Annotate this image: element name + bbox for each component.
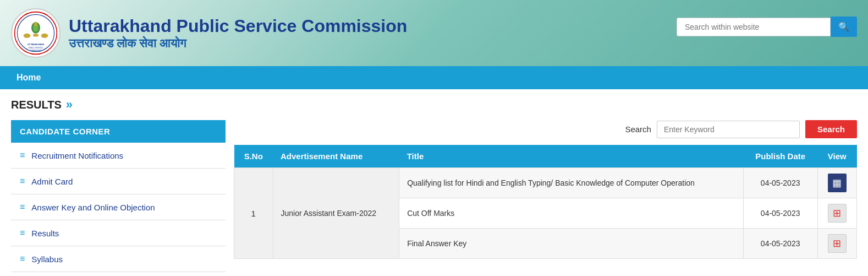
header-search-area: 🔍 [677, 17, 857, 37]
col-header-publish-date: Publish Date [743, 145, 817, 168]
search-within-icon: 🔍 [838, 22, 849, 31]
sidebar-item-answer-key[interactable]: ≡ Answer Key and Online Objection [11, 194, 226, 220]
view-icon-2: ⊞ [833, 207, 841, 219]
svg-point-5 [34, 23, 37, 26]
main-layout: CANDIDATE CORNER ≡ Recruitment Notificat… [11, 120, 857, 272]
date-cell-2: 04-05-2023 [743, 198, 817, 229]
sidebar-label-results: Results [31, 229, 59, 238]
sidebar-label-answer-key: Answer Key and Online Objection [31, 203, 155, 212]
results-table: S.No Advertisement Name Title Publish Da… [234, 145, 857, 259]
header: UTTARAKHAND PUBLIC SERVICE COMMISSION Ut… [0, 0, 868, 66]
page-content: RESULTS » CANDIDATE CORNER ≡ Recruitment… [0, 89, 868, 276]
sidebar-item-recruitment-notifications[interactable]: ≡ Recruitment Notifications [11, 143, 226, 169]
navbar: Home [0, 66, 868, 89]
sidebar-item-admit-card[interactable]: ≡ Admit Card [11, 169, 226, 194]
menu-icon-syllabus: ≡ [20, 254, 25, 264]
sidebar-header: CANDIDATE CORNER [11, 120, 226, 143]
section-heading: RESULTS » [11, 98, 857, 112]
view-button-3[interactable]: ⊞ [828, 234, 847, 253]
logo: UTTARAKHAND PUBLIC SERVICE COMMISSION [11, 8, 61, 58]
org-name: Uttarakhand Public Service Commission उत… [69, 16, 407, 51]
section-title: RESULTS [11, 99, 62, 111]
svg-text:PUBLIC SERVICE: PUBLIC SERVICE [29, 47, 43, 49]
view-icon-3: ⊞ [833, 237, 841, 250]
search-within-input[interactable] [677, 18, 831, 36]
svg-rect-4 [33, 34, 39, 37]
nav-home[interactable]: Home [11, 66, 46, 89]
view-cell-1: ▦ [817, 168, 856, 198]
view-button-1[interactable]: ▦ [828, 174, 847, 192]
sno-cell: 1 [234, 168, 273, 259]
table-search-label: Search [625, 125, 651, 134]
svg-point-7 [41, 34, 48, 38]
view-button-2[interactable]: ⊞ [828, 204, 847, 223]
col-header-title: Title [399, 145, 744, 168]
title-cell-1: Qualifying list for Hindi and English Ty… [399, 168, 744, 198]
title-cell-2: Cut Off Marks [399, 198, 744, 229]
sidebar-label-recruitment: Recruitment Notifications [31, 151, 123, 160]
table-search-button[interactable]: Search [805, 120, 857, 138]
view-cell-3: ⊞ [817, 229, 856, 259]
org-name-english: Uttarakhand Public Service Commission [69, 16, 407, 36]
menu-icon-results: ≡ [20, 228, 25, 238]
chevron-icon: » [66, 98, 73, 112]
svg-point-6 [24, 34, 31, 38]
svg-text:COMMISSION: COMMISSION [30, 50, 42, 52]
sidebar-label-syllabus: Syllabus [31, 255, 63, 264]
svg-text:UTTARAKHAND: UTTARAKHAND [28, 43, 45, 46]
menu-icon-admit-card: ≡ [20, 176, 25, 186]
org-name-hindi: उत्तराखण्ड लोक सेवा आयोग [69, 36, 407, 51]
view-cell-2: ⊞ [817, 198, 856, 229]
sidebar-item-syllabus[interactable]: ≡ Syllabus [11, 246, 226, 272]
col-header-adv-name: Advertisement Name [273, 145, 399, 168]
sidebar: CANDIDATE CORNER ≡ Recruitment Notificat… [11, 120, 226, 272]
sidebar-item-results[interactable]: ≡ Results [11, 220, 226, 246]
date-cell-3: 04-05-2023 [743, 229, 817, 259]
menu-icon-answer-key: ≡ [20, 202, 25, 212]
menu-icon-recruitment: ≡ [20, 150, 25, 160]
title-cell-3: Final Answer Key [399, 229, 744, 259]
view-icon-1: ▦ [832, 177, 842, 189]
col-header-view: View [817, 145, 856, 168]
adv-name-cell: Junior Assistant Exam-2022 [273, 168, 399, 259]
sidebar-label-admit-card: Admit Card [31, 177, 73, 186]
table-area: Search Search S.No Advertisement Name Ti… [234, 120, 857, 259]
table-row: 1 Junior Assistant Exam-2022 Qualifying … [234, 168, 857, 198]
table-header-row: S.No Advertisement Name Title Publish Da… [234, 145, 857, 168]
table-search-input[interactable] [657, 121, 800, 138]
table-search-bar: Search Search [234, 120, 857, 138]
search-within-button[interactable]: 🔍 [831, 17, 857, 37]
col-header-sno: S.No [234, 145, 273, 168]
date-cell-1: 04-05-2023 [743, 168, 817, 198]
